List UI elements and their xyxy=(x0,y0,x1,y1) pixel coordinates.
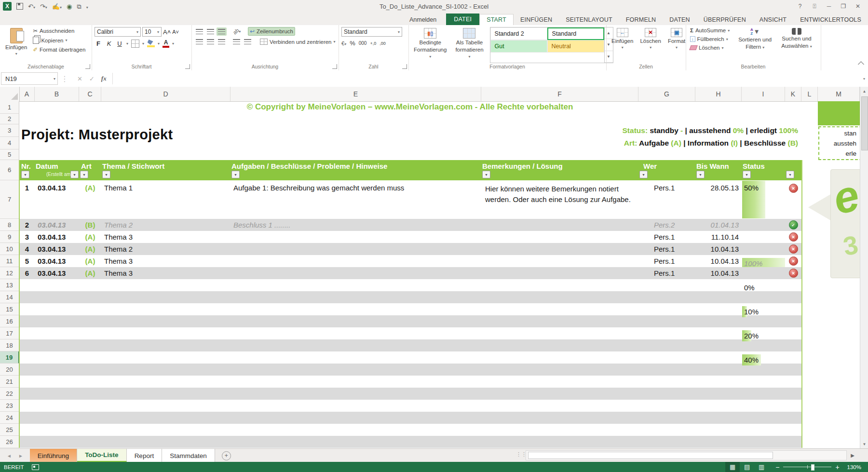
italic-button[interactable]: K xyxy=(105,40,113,47)
comma-format-button[interactable]: 000 xyxy=(359,40,367,46)
row-header-2[interactable]: 2 xyxy=(0,114,19,124)
ribbon-tab-seitenlayout[interactable]: SEITENLAYOUT xyxy=(559,14,619,25)
cell-wer[interactable]: Pers.1 xyxy=(638,255,695,267)
zoom-in-button[interactable]: + xyxy=(835,463,839,471)
cell-status-icon[interactable]: ✕ xyxy=(785,267,801,279)
cell-status[interactable]: 40% xyxy=(742,354,785,366)
cell-bemerkung[interactable] xyxy=(481,231,638,243)
cell-bemerkung[interactable] xyxy=(481,219,638,231)
cell-nr[interactable]: 3 xyxy=(19,231,35,243)
filter-dropdown-H[interactable]: ▼ xyxy=(696,171,705,178)
row-header-23[interactable]: 23 xyxy=(0,400,19,412)
shrink-font-icon[interactable]: A˅ xyxy=(172,29,179,35)
undo-icon[interactable]: ↶▾ xyxy=(28,3,35,10)
insert-cells-button[interactable]: ←Einfügen▾ xyxy=(609,27,636,63)
vertical-scroll-thumb[interactable] xyxy=(861,96,868,150)
cell-datum[interactable]: 03.04.13 xyxy=(35,267,79,279)
cell-bis-wann[interactable]: 10.04.13 xyxy=(695,267,742,279)
cell-status-icon[interactable]: ✕ xyxy=(785,231,801,243)
row-header-19[interactable]: 19 xyxy=(0,351,19,364)
cell-bis-wann[interactable]: 10.04.13 xyxy=(695,243,742,255)
cell-art[interactable]: (A) xyxy=(79,231,101,243)
cell-wer[interactable]: Pers.1 xyxy=(638,180,695,219)
zoom-level[interactable]: 130% xyxy=(847,464,861,470)
sheet-tab-stammdaten[interactable]: Stammdaten xyxy=(162,449,215,462)
borders-icon[interactable] xyxy=(131,40,139,48)
column-header-K[interactable]: K xyxy=(785,87,801,101)
filter-dropdown-G[interactable]: ▼ xyxy=(639,171,648,178)
cell-bis-wann[interactable]: 28.05.13 xyxy=(695,180,742,219)
percent-format-button[interactable]: % xyxy=(350,40,355,47)
cut-button[interactable]: ✂Ausschneiden xyxy=(31,27,87,35)
cell-datum[interactable]: 03.04.13 xyxy=(35,180,79,219)
column-header-B[interactable]: B xyxy=(35,87,79,101)
font-size-select[interactable]: 10▾ xyxy=(142,27,162,37)
customize-qat-icon[interactable]: ▾ xyxy=(86,3,88,10)
format-as-table-button[interactable]: Als Tabelleformatieren ▾ xyxy=(453,27,486,63)
decrease-indent-button[interactable] xyxy=(231,38,242,46)
minimize-button[interactable]: ─ xyxy=(823,1,835,11)
wrap-text-button[interactable]: ↩Zeilenumbruch xyxy=(248,27,295,36)
cell-bemerkung[interactable] xyxy=(481,255,638,267)
font-family-select[interactable]: Calibri▾ xyxy=(95,27,141,37)
cell-status-icon[interactable]: ✕ xyxy=(785,255,801,267)
align-left-button[interactable] xyxy=(194,38,204,46)
orientation-button[interactable]: ab▾ xyxy=(231,27,242,36)
row-header-9[interactable]: 9 xyxy=(0,231,19,243)
filter-dropdown-D[interactable]: ▼ xyxy=(102,171,110,178)
cell-thema[interactable]: Thema 2 xyxy=(101,243,231,255)
filter-dropdown-K[interactable]: ▼ xyxy=(786,171,794,178)
align-right-button[interactable] xyxy=(217,38,227,46)
insert-function-icon[interactable]: fx xyxy=(101,75,107,82)
ribbon-tab-ansicht[interactable]: ANSICHT xyxy=(753,14,793,25)
align-center-button[interactable] xyxy=(205,38,216,46)
filter-dropdown-F[interactable]: ▼ xyxy=(482,171,490,178)
style-item-neutral[interactable]: Neutral xyxy=(547,40,604,53)
cell-thema[interactable]: Thema 3 xyxy=(101,255,231,267)
sheet-row-16[interactable] xyxy=(19,315,801,327)
ribbon-tab-überprüfen[interactable]: ÜBERPRÜFEN xyxy=(697,14,753,25)
cell-bemerkung[interactable] xyxy=(481,243,638,255)
page-layout-view-button[interactable]: ▤ xyxy=(740,462,754,472)
expand-formula-bar-icon[interactable]: ▾ xyxy=(860,77,868,81)
select-all-corner[interactable] xyxy=(0,87,20,101)
cross-circle-icon[interactable]: ✕ xyxy=(789,232,798,242)
font-dialog-launcher[interactable] xyxy=(185,64,190,69)
formula-input[interactable] xyxy=(112,73,860,84)
sheet-nav-right-icon[interactable]: ► xyxy=(18,453,23,459)
row-header-22[interactable]: 22 xyxy=(0,388,19,400)
column-header-E[interactable]: E xyxy=(231,87,481,101)
filter-dropdown-A[interactable]: ▼ xyxy=(21,171,29,178)
row-header-20[interactable]: 20 xyxy=(0,364,19,376)
ribbon-tab-daten[interactable]: DATEN xyxy=(663,14,696,25)
check-circle-icon[interactable]: ✓ xyxy=(789,220,798,229)
alignment-dialog-launcher[interactable] xyxy=(332,64,337,69)
cell-status[interactable]: 20% xyxy=(742,330,785,342)
cell-nr[interactable]: 5 xyxy=(19,255,35,267)
horizontal-scroll-thumb[interactable] xyxy=(528,452,773,459)
copy-button[interactable]: Kopieren ▾ xyxy=(31,36,87,44)
zoom-out-button[interactable]: − xyxy=(775,463,779,471)
delete-cells-button[interactable]: ✕Löschen▾ xyxy=(637,27,663,63)
ribbon-tab-formeln[interactable]: FORMELN xyxy=(619,14,663,25)
font-color-button[interactable]: A xyxy=(163,39,169,48)
sheet-row-22[interactable] xyxy=(19,388,801,400)
restore-button[interactable]: ❐ xyxy=(837,1,850,11)
sort-filter-button[interactable]: AZ ▼ Sortieren undFiltern ▾ xyxy=(736,27,774,63)
cell-aufgabe[interactable]: Aufgabe 1: Beschreibung was gemacht werd… xyxy=(231,180,481,219)
number-format-select[interactable]: Standard▾ xyxy=(341,27,402,37)
page-break-view-button[interactable]: ▥ xyxy=(754,462,769,472)
column-header-L[interactable]: L xyxy=(801,87,818,101)
cell-thema[interactable]: Thema 3 xyxy=(101,231,231,243)
row-header-4[interactable]: 4 xyxy=(0,137,19,149)
row-header-5[interactable]: 5 xyxy=(0,149,19,160)
filter-dropdown-C[interactable]: ▼ xyxy=(80,171,88,178)
row-header-14[interactable]: 14 xyxy=(0,291,19,303)
fill-button[interactable]: ↓Füllbereich ▾ xyxy=(689,36,731,42)
close-button[interactable]: ✕ xyxy=(852,1,864,11)
row-header-1[interactable]: 1 xyxy=(0,101,19,114)
number-dialog-launcher[interactable] xyxy=(402,64,407,69)
sheet-row-18[interactable] xyxy=(19,339,801,351)
cell-art[interactable]: (A) xyxy=(79,267,101,279)
cell-nr[interactable]: 4 xyxy=(19,243,35,255)
